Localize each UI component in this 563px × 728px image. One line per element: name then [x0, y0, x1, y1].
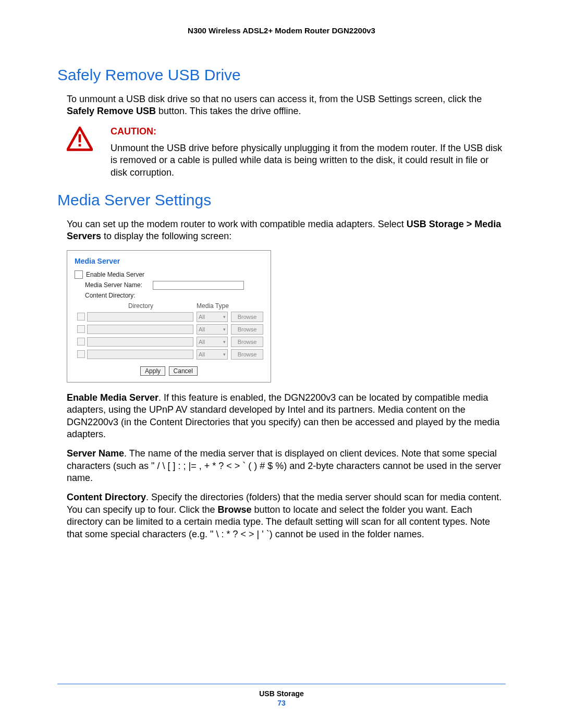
media-server-name-label: Media Server Name:	[85, 281, 153, 289]
text: to display the following screen:	[101, 231, 231, 241]
directory-path-input[interactable]	[87, 312, 193, 322]
media-type-value: All	[199, 339, 205, 345]
browse-button[interactable]: Browse	[231, 324, 263, 335]
media-server-name-input[interactable]	[153, 281, 244, 290]
apply-button[interactable]: Apply	[140, 366, 165, 376]
page-footer: USB Storage 73	[57, 684, 506, 707]
panel-title: Media Server	[75, 257, 263, 265]
caution-label: CAUTION:	[111, 126, 506, 137]
cancel-button[interactable]: Cancel	[169, 366, 198, 376]
directory-row: All▾Browse	[75, 324, 263, 335]
desc-server-name: Server Name. The name of the media serve…	[67, 448, 506, 484]
browse-button[interactable]: Browse	[231, 312, 263, 322]
directory-path-input[interactable]	[87, 350, 193, 359]
text: . The name of the media server that is d…	[67, 448, 501, 483]
text: button. This takes the drive offline.	[156, 106, 301, 116]
chevron-down-icon: ▾	[223, 327, 226, 332]
media-type-select[interactable]: All▾	[197, 312, 228, 322]
caution-body: Unmount the USB drive before physically …	[111, 142, 506, 179]
media-type-value: All	[199, 314, 205, 320]
media-type-select[interactable]: All▾	[197, 349, 228, 360]
directory-row-checkbox[interactable]	[77, 338, 85, 346]
browse-button[interactable]: Browse	[231, 349, 263, 360]
text-bold: Server Name	[67, 448, 124, 459]
section1-intro: To unmount a USB disk drive so that no u…	[67, 93, 506, 118]
directory-path-input[interactable]	[87, 325, 193, 334]
document-header: N300 Wireless ADSL2+ Modem Router DGN220…	[57, 26, 506, 35]
footer-page-number: 73	[57, 699, 506, 707]
section-heading-safely-remove: Safely Remove USB Drive	[57, 66, 506, 84]
media-server-panel: Media Server Enable Media Server Media S…	[67, 250, 271, 382]
text: You can set up the modem router to work …	[67, 219, 407, 229]
content-directory-label: Content Directory:	[85, 292, 153, 299]
footer-section: USB Storage	[57, 689, 506, 698]
column-directory: Directory	[87, 302, 194, 310]
chevron-down-icon: ▾	[223, 314, 226, 319]
desc-enable-media-server: Enable Media Server. If this feature is …	[67, 392, 506, 441]
directory-row: All▾Browse	[75, 312, 263, 322]
desc-content-directory: Content Directory. Specify the directori…	[67, 491, 506, 540]
directory-row: All▾Browse	[75, 349, 263, 360]
text-bold: Browse	[218, 504, 252, 515]
caution-icon	[67, 126, 98, 154]
browse-button[interactable]: Browse	[231, 337, 263, 347]
directory-row-checkbox[interactable]	[77, 325, 85, 333]
column-media-type: Media Type	[194, 302, 231, 310]
directory-row: All▾Browse	[75, 337, 263, 347]
enable-media-server-label: Enable Media Server	[86, 271, 144, 278]
section2-intro: You can set up the modem router to work …	[67, 218, 506, 243]
directory-row-checkbox[interactable]	[77, 350, 85, 358]
svg-rect-2	[79, 144, 81, 146]
directory-path-input[interactable]	[87, 337, 193, 347]
caution-block: CAUTION: Unmount the USB drive before ph…	[67, 126, 506, 179]
chevron-down-icon: ▾	[223, 339, 226, 344]
text-bold: Content Directory	[67, 492, 146, 502]
media-type-select[interactable]: All▾	[197, 324, 228, 335]
enable-media-server-checkbox[interactable]	[75, 270, 83, 279]
text: To unmount a USB disk drive so that no u…	[67, 94, 482, 104]
svg-rect-1	[79, 134, 81, 142]
directory-row-checkbox[interactable]	[77, 313, 85, 320]
chevron-down-icon: ▾	[223, 352, 226, 357]
section-heading-media-server: Media Server Settings	[57, 191, 506, 209]
media-type-select[interactable]: All▾	[197, 337, 228, 347]
text-bold: Safely Remove USB	[67, 106, 156, 116]
text-bold: Enable Media Server	[67, 392, 158, 403]
media-type-value: All	[199, 326, 205, 332]
media-type-value: All	[199, 351, 205, 357]
